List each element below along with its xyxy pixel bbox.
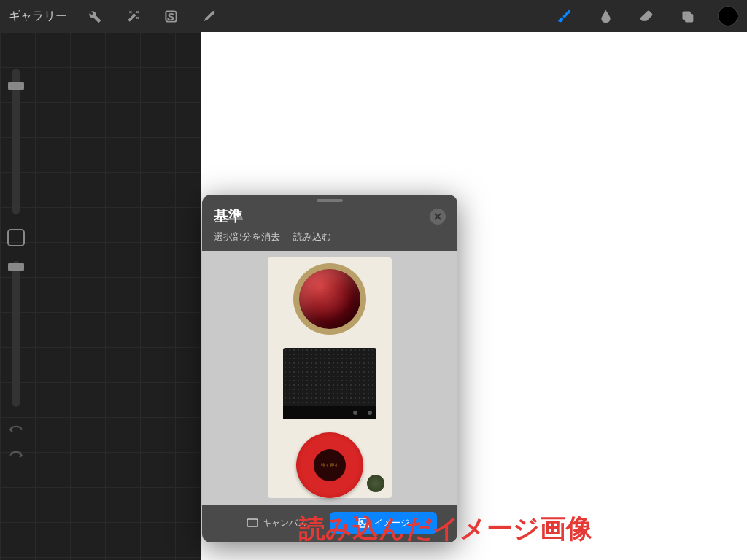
alarm-button: 強く押す — [296, 432, 363, 498]
fire-alarm-device: 強く押す — [268, 257, 392, 498]
undo-icon[interactable] — [9, 423, 23, 438]
close-icon[interactable] — [430, 209, 446, 225]
redo-icon[interactable] — [9, 448, 23, 464]
clear-selection-button[interactable]: 選択部分を消去 — [214, 230, 280, 244]
smudge-icon[interactable] — [595, 6, 616, 26]
caption-text: 読み込んだイメージ画像 — [299, 511, 592, 547]
reference-image[interactable]: 強く押す — [202, 251, 457, 505]
toolbar-right — [554, 6, 738, 26]
slider-thumb[interactable] — [8, 262, 24, 271]
wand-icon[interactable] — [123, 6, 143, 26]
alarm-dome — [293, 263, 366, 335]
gallery-button[interactable]: ギャラリー — [9, 9, 67, 24]
panel-title: 基準 — [214, 206, 243, 226]
arrow-icon[interactable] — [198, 6, 219, 26]
reference-panel[interactable]: 基準 選択部分を消去 読み込む 強く押す — [202, 195, 457, 542]
left-sidebar — [3, 69, 29, 464]
canvas-tab-icon — [247, 518, 258, 527]
panel-header: 基準 — [202, 203, 457, 230]
layers-icon[interactable] — [677, 6, 697, 26]
selection-icon[interactable]: S — [160, 6, 181, 26]
brush-size-slider[interactable] — [12, 69, 20, 214]
wrench-icon[interactable] — [85, 6, 105, 26]
panel-drag-handle[interactable] — [317, 199, 343, 202]
workspace: 基準 選択部分を消去 読み込む 強く押す — [0, 32, 747, 560]
top-toolbar: ギャラリー S — [0, 0, 747, 32]
panel-actions: 選択部分を消去 読み込む — [202, 230, 457, 251]
load-button[interactable]: 読み込む — [293, 230, 331, 244]
undo-redo-group — [3, 423, 29, 464]
speaker-grill — [283, 348, 376, 419]
color-swatch[interactable] — [718, 6, 738, 26]
opacity-slider[interactable] — [12, 261, 20, 407]
svg-rect-2 — [685, 14, 693, 22]
toolbar-left: ギャラリー S — [9, 6, 219, 26]
brush-icon[interactable] — [554, 6, 575, 26]
eraser-icon[interactable] — [636, 6, 657, 26]
slider-thumb[interactable] — [8, 82, 24, 90]
modify-toggle[interactable] — [7, 229, 25, 246]
svg-rect-3 — [247, 519, 258, 526]
seal-sticker — [367, 475, 384, 492]
